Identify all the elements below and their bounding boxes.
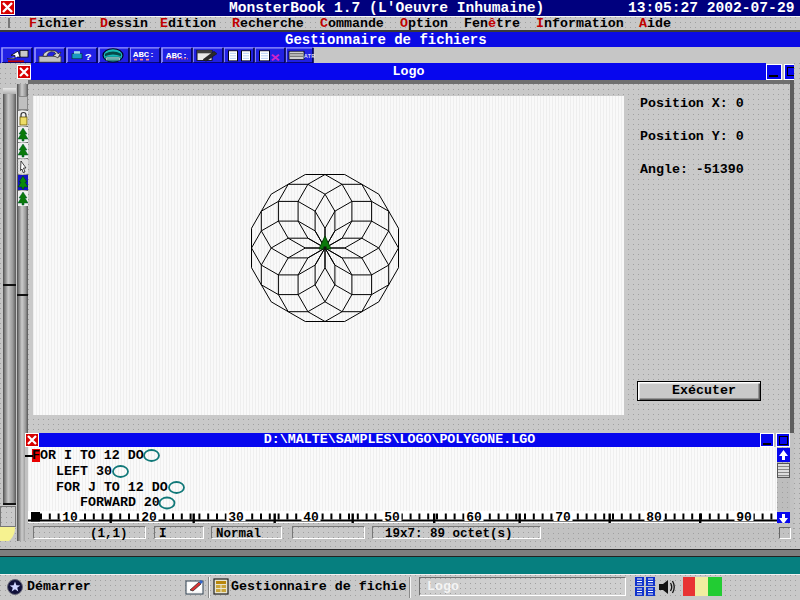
svg-text:ABC:: ABC:: [133, 50, 155, 58]
svg-text:ATR: ATR: [304, 53, 316, 59]
svg-text:ABC:: ABC:: [166, 51, 188, 59]
svg-text:?: ?: [85, 52, 92, 62]
